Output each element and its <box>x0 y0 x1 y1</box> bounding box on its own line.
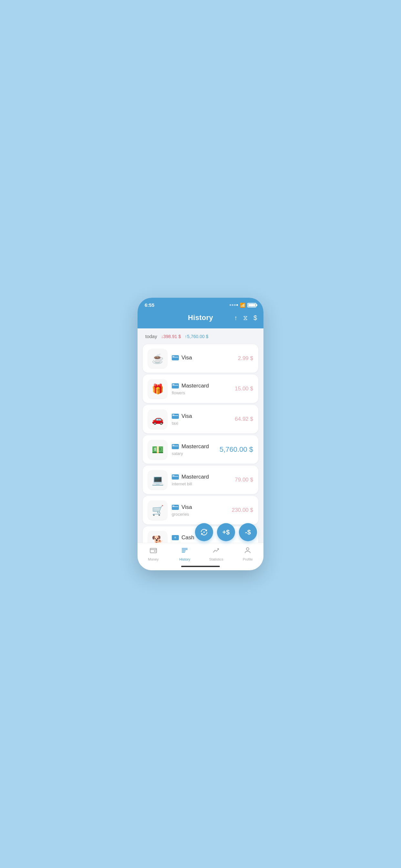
transaction-item[interactable]: 🚗 Visa taxi 64.92 $ <box>143 405 258 433</box>
transaction-icon: 🎁 <box>148 379 167 399</box>
date-header: today ↓398.91 $ ↑5,760.00 $ <box>137 329 264 342</box>
header-actions: ↑ ⧖ $ <box>234 314 257 321</box>
date-label: today <box>145 334 157 339</box>
transaction-icon: 🛒 <box>148 500 167 520</box>
card-name: Visa <box>181 504 192 510</box>
card-info: Mastercard <box>172 474 230 480</box>
transaction-item[interactable]: 🛒 Visa groceries 230.00 $ <box>143 496 258 524</box>
amount-value: 15.00 $ <box>235 385 253 392</box>
amount-value: 64.92 $ <box>235 416 253 422</box>
card-info: Mastercard <box>172 383 230 389</box>
transaction-item[interactable]: 🎁 Mastercard flowers 15.00 $ <box>143 375 258 403</box>
card-name: Mastercard <box>181 474 209 480</box>
daily-income: ↑5,760.00 $ <box>185 334 208 339</box>
history-icon <box>181 547 189 556</box>
credit-card-icon <box>172 505 179 510</box>
statistics-icon <box>212 547 220 556</box>
credit-card-icon <box>172 414 179 419</box>
transaction-description: flowers <box>172 391 230 395</box>
status-icons: 📶 <box>229 303 256 308</box>
transaction-icon: ☕ <box>148 349 167 368</box>
daily-expense: ↓398.91 $ <box>161 334 181 339</box>
fab-container: +$ -$ <box>195 523 257 541</box>
transaction-amount: 79.00 $ <box>235 476 253 483</box>
transaction-amount: 2.99 $ <box>238 355 253 362</box>
transaction-info: Visa groceries <box>172 504 227 517</box>
card-name: Cash <box>181 534 194 541</box>
nav-label-profile: Profile <box>243 557 253 561</box>
svg-rect-1 <box>150 548 157 553</box>
transaction-amount: 230.00 $ <box>232 507 253 514</box>
transaction-icon: 💻 <box>148 470 167 490</box>
add-money-button[interactable]: +$ <box>217 523 235 541</box>
nav-item-history[interactable]: History <box>175 547 194 561</box>
card-info: Visa <box>172 504 227 510</box>
credit-card-icon <box>172 355 179 361</box>
transaction-icon: 💵 <box>148 440 167 459</box>
credit-card-icon <box>172 474 179 479</box>
upload-icon[interactable]: ↑ <box>234 314 237 321</box>
transaction-description: taxi <box>172 421 230 426</box>
svg-rect-2 <box>154 551 156 552</box>
svg-point-0 <box>204 531 205 533</box>
amount-value: 230.00 $ <box>232 507 253 513</box>
svg-point-7 <box>246 548 249 550</box>
amount-value: 2.99 $ <box>238 355 253 361</box>
cash-icon <box>172 535 179 540</box>
subtract-money-button[interactable]: -$ <box>239 523 257 541</box>
transaction-item[interactable]: 💻 Mastercard internet bill 79.00 $ <box>143 466 258 494</box>
transaction-amount: 64.92 $ <box>235 416 253 423</box>
card-name: Mastercard <box>181 383 209 389</box>
filter-icon[interactable]: ⧖ <box>243 314 248 321</box>
signal-icon <box>229 304 238 306</box>
card-name: Visa <box>181 354 192 361</box>
transaction-icon: 🐕 <box>148 531 167 543</box>
transaction-info: Mastercard flowers <box>172 383 230 395</box>
nav-item-money[interactable]: Money <box>144 547 163 561</box>
transaction-amount: 15.00 $ <box>235 385 253 392</box>
dollar-icon[interactable]: $ <box>253 314 257 321</box>
card-info: Visa <box>172 413 230 420</box>
amount-value: 5,760.00 $ <box>220 445 253 454</box>
amount-value: 79.00 $ <box>235 476 253 483</box>
card-name: Mastercard <box>181 443 209 450</box>
card-info: Visa <box>172 354 234 361</box>
credit-card-icon <box>172 383 179 389</box>
battery-icon <box>247 303 256 307</box>
wifi-icon: 📶 <box>240 303 245 308</box>
transaction-icon: 🚗 <box>148 409 167 429</box>
status-bar: 6:55 📶 <box>137 298 264 310</box>
home-bar <box>181 566 220 567</box>
transaction-info: Visa <box>172 354 234 362</box>
header: History ↑ ⧖ $ <box>137 310 264 329</box>
wallet-icon <box>150 547 157 556</box>
nav-label-statistics: Statistics <box>209 557 223 561</box>
transaction-item[interactable]: 💵 Mastercard salary 5,760.00 $ <box>143 435 258 464</box>
profile-icon <box>244 547 251 556</box>
header-title: History <box>188 314 213 322</box>
transaction-description: groceries <box>172 512 227 517</box>
nav-label-money: Money <box>148 557 158 561</box>
transaction-info: Mastercard internet bill <box>172 474 230 486</box>
status-time: 6:55 <box>145 302 154 308</box>
transaction-info: Mastercard salary <box>172 443 215 456</box>
transaction-amount: 5,760.00 $ <box>220 445 253 454</box>
credit-card-icon <box>172 444 179 449</box>
bottom-nav: Money History Statistics <box>137 543 264 564</box>
transaction-item[interactable]: ☕ Visa 2.99 $ <box>143 344 258 373</box>
nav-label-history: History <box>179 557 190 561</box>
content: today ↓398.91 $ ↑5,760.00 $ ☕ Visa 2.99 … <box>137 329 264 543</box>
phone-frame: 6:55 📶 History ↑ ⧖ $ today ↓398.91 $ ↑5,… <box>137 298 264 570</box>
transaction-description: internet bill <box>172 482 230 486</box>
card-info: Mastercard <box>172 443 215 450</box>
home-indicator <box>137 564 264 570</box>
transaction-info: Visa taxi <box>172 413 230 426</box>
transaction-description: salary <box>172 451 215 456</box>
nav-item-statistics[interactable]: Statistics <box>207 547 226 561</box>
card-name: Visa <box>181 413 192 420</box>
nav-item-profile[interactable]: Profile <box>238 547 257 561</box>
refresh-button[interactable] <box>195 523 213 541</box>
